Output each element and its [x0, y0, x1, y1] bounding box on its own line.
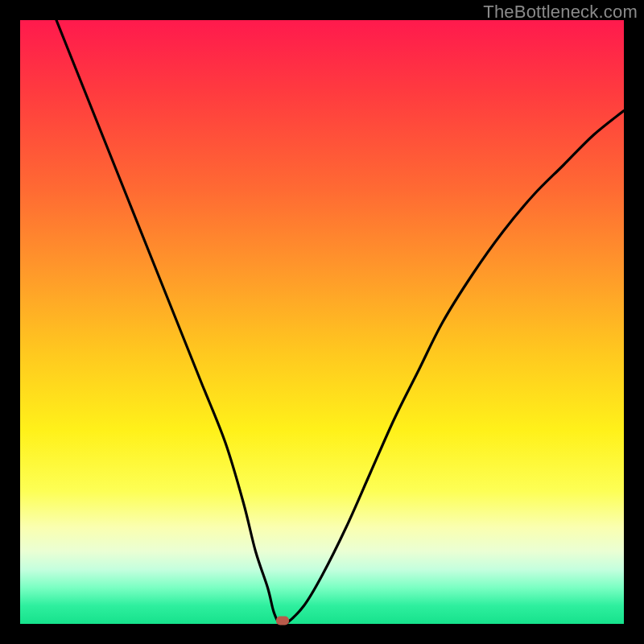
chart-frame: TheBottleneck.com — [0, 0, 644, 644]
bottleneck-curve — [20, 20, 624, 624]
optimum-marker — [276, 617, 289, 625]
plot-area — [20, 20, 624, 624]
watermark-text: TheBottleneck.com — [483, 2, 638, 23]
